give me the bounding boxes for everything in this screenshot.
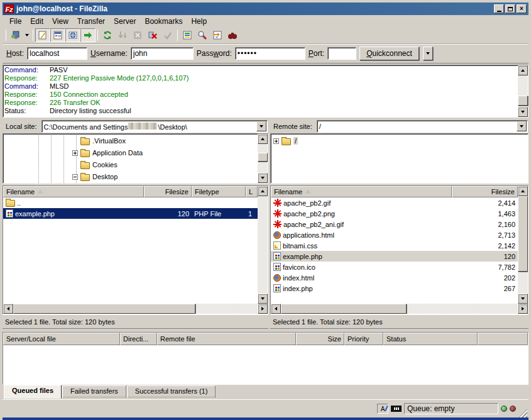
tree-item-cookies[interactable]: Cookies bbox=[72, 159, 118, 170]
tab-queued-files[interactable]: Queued files bbox=[4, 385, 62, 399]
encryption-indicator-icon[interactable] bbox=[391, 406, 402, 412]
transfer-type-indicator-icon[interactable]: A bbox=[377, 404, 388, 414]
site-manager-dropdown[interactable] bbox=[23, 28, 31, 42]
password-input[interactable] bbox=[235, 47, 305, 60]
host-input[interactable] bbox=[27, 47, 87, 60]
scroll-left-button[interactable] bbox=[271, 304, 281, 314]
file-row-parent-directory[interactable]: .. bbox=[3, 197, 258, 208]
disconnect-button[interactable] bbox=[145, 28, 160, 42]
local-list-body[interactable]: .. example.php 120 PHP File 1 bbox=[3, 197, 258, 304]
column-header-remote-file[interactable]: Remote file bbox=[157, 333, 296, 345]
scroll-up-button[interactable] bbox=[258, 186, 268, 196]
file-row-example-php[interactable]: example.php 120 PHP File 1 bbox=[3, 208, 258, 219]
toggle-local-tree-button[interactable] bbox=[50, 28, 65, 42]
tree-item-application-data[interactable]: Application Data bbox=[72, 147, 143, 158]
maximize-button[interactable] bbox=[505, 4, 515, 13]
scroll-right-button[interactable] bbox=[258, 304, 268, 314]
tree-item-desktop[interactable]: Desktop bbox=[72, 171, 118, 182]
column-header-filesize[interactable]: Filesize bbox=[452, 186, 518, 197]
log-vertical-scrollbar[interactable] bbox=[518, 65, 528, 117]
scroll-up-button[interactable] bbox=[258, 134, 268, 144]
scroll-track[interactable] bbox=[13, 304, 258, 314]
local-list-vertical-scrollbar[interactable] bbox=[258, 186, 268, 304]
column-header-status[interactable]: Status bbox=[383, 333, 478, 345]
column-header-direction[interactable]: Directi... bbox=[120, 333, 157, 345]
remote-list-body[interactable]: apache_pb2.gif 2,414 apache_pb2.png 1,46… bbox=[271, 197, 518, 304]
column-header-filename[interactable]: Filename bbox=[3, 186, 144, 197]
reconnect-button[interactable] bbox=[160, 28, 175, 42]
collapse-minus-icon[interactable] bbox=[72, 174, 78, 180]
local-path-dropdown[interactable] bbox=[256, 121, 266, 131]
file-row[interactable]: applications.html 2,713 bbox=[271, 229, 518, 240]
toggle-remote-tree-button[interactable] bbox=[65, 28, 80, 42]
scroll-down-button[interactable] bbox=[518, 294, 528, 304]
toggle-message-log-button[interactable] bbox=[35, 28, 50, 42]
local-list-horizontal-scrollbar[interactable] bbox=[3, 304, 268, 314]
remote-path-combobox[interactable]: / bbox=[317, 120, 528, 133]
column-header-size[interactable]: Size bbox=[296, 333, 344, 345]
file-row[interactable]: bitnami.css 2,142 bbox=[271, 240, 518, 251]
column-header-filetype[interactable]: Filetype bbox=[192, 186, 246, 197]
scroll-track[interactable] bbox=[258, 196, 268, 294]
menu-server[interactable]: Server bbox=[109, 16, 140, 26]
remote-list-horizontal-scrollbar[interactable] bbox=[271, 304, 528, 314]
tab-failed-transfers[interactable]: Failed transfers bbox=[62, 385, 126, 398]
file-row[interactable]: apache_pb2.png 1,463 bbox=[271, 208, 518, 219]
filter-button[interactable] bbox=[180, 28, 195, 42]
process-queue-button[interactable] bbox=[115, 28, 130, 42]
file-row[interactable]: apache_pb2_ani.gif 2,160 bbox=[271, 219, 518, 229]
tab-successful-transfers[interactable]: Successful transfers (1) bbox=[127, 385, 216, 398]
menu-help[interactable]: Help bbox=[187, 16, 211, 26]
scroll-down-button[interactable] bbox=[258, 173, 268, 183]
expand-plus-icon[interactable] bbox=[273, 138, 279, 144]
column-header-filename[interactable]: Filename bbox=[271, 186, 452, 197]
scroll-track[interactable] bbox=[518, 196, 528, 294]
column-header-lastmodified[interactable]: L bbox=[246, 186, 258, 197]
toggle-queue-button[interactable] bbox=[80, 28, 96, 42]
scroll-right-button[interactable] bbox=[518, 304, 528, 314]
menu-bookmarks[interactable]: Bookmarks bbox=[140, 16, 187, 26]
scroll-up-button[interactable] bbox=[518, 65, 528, 75]
resize-grip[interactable] bbox=[518, 409, 527, 417]
file-row[interactable]: index.php 267 bbox=[271, 283, 518, 294]
tree-item-root[interactable]: / bbox=[273, 135, 298, 146]
file-row-example-php[interactable]: example.php 120 bbox=[271, 251, 518, 262]
expand-plus-icon[interactable] bbox=[72, 150, 78, 156]
scroll-thumb[interactable] bbox=[258, 153, 268, 162]
menu-file[interactable]: File bbox=[5, 16, 26, 26]
scroll-thumb[interactable] bbox=[281, 304, 407, 314]
search-button[interactable] bbox=[195, 28, 210, 42]
remote-list-vertical-scrollbar[interactable] bbox=[518, 186, 528, 304]
username-input[interactable] bbox=[131, 47, 194, 60]
scroll-thumb[interactable] bbox=[518, 96, 528, 106]
quickconnect-button[interactable]: Quickconnect bbox=[359, 47, 419, 60]
cancel-button[interactable] bbox=[130, 28, 145, 42]
scroll-down-button[interactable] bbox=[518, 107, 528, 117]
site-manager-button[interactable] bbox=[8, 28, 23, 42]
menu-edit[interactable]: Edit bbox=[26, 16, 48, 26]
synchronized-browsing-button[interactable] bbox=[225, 28, 240, 42]
file-row[interactable]: favicon.ico 7,782 bbox=[271, 262, 518, 272]
queue-body[interactable] bbox=[3, 345, 528, 384]
scroll-track[interactable] bbox=[281, 304, 518, 314]
scroll-track[interactable] bbox=[258, 144, 268, 173]
column-header-filesize[interactable]: Filesize bbox=[144, 186, 192, 197]
scroll-down-button[interactable] bbox=[258, 294, 268, 304]
remote-tree-area[interactable]: / bbox=[271, 134, 528, 183]
scroll-thumb[interactable] bbox=[13, 304, 195, 314]
tree-item-virtualbox[interactable]: .VirtualBox bbox=[72, 135, 126, 146]
refresh-button[interactable] bbox=[100, 28, 115, 42]
quickconnect-dropdown[interactable] bbox=[423, 47, 433, 60]
local-path-combobox[interactable]: C:\Documents and Settings\Desktop\ bbox=[41, 120, 268, 133]
file-row[interactable]: apache_pb2.gif 2,414 bbox=[271, 197, 518, 208]
column-header-priority[interactable]: Priority bbox=[344, 333, 383, 345]
scroll-left-button[interactable] bbox=[3, 304, 13, 314]
local-tree-area[interactable]: .VirtualBox Application Data Cookies bbox=[3, 134, 258, 183]
minimize-button[interactable] bbox=[494, 4, 504, 13]
remote-path-dropdown[interactable] bbox=[517, 121, 527, 131]
scroll-track[interactable] bbox=[518, 75, 528, 107]
column-header-server-local-file[interactable]: Server/Local file bbox=[3, 333, 120, 345]
menu-transfer[interactable]: Transfer bbox=[73, 16, 109, 26]
scroll-thumb[interactable] bbox=[518, 196, 528, 272]
local-tree-vertical-scrollbar[interactable] bbox=[258, 134, 268, 183]
